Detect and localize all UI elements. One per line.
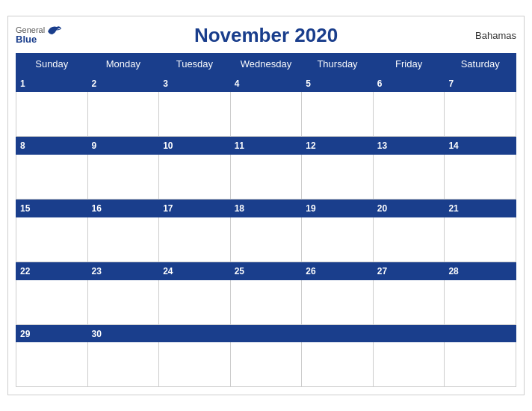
day-number-22: 22 xyxy=(20,266,30,276)
day-number-21: 21 xyxy=(448,203,458,214)
day-number-11: 11 xyxy=(235,140,244,151)
day-cell-8 xyxy=(16,155,88,200)
date-num-29: 29 xyxy=(16,324,88,342)
day-number-29: 29 xyxy=(20,329,30,339)
date-num-23: 23 xyxy=(87,262,159,279)
date-num-28: 28 xyxy=(445,262,516,279)
day-number-18: 18 xyxy=(235,203,244,214)
days-of-week-row: Sunday Monday Tuesday Wednesday Thursday… xyxy=(16,53,516,74)
day-number-24: 24 xyxy=(163,266,173,276)
week-num-row-5: 2930 xyxy=(16,324,516,342)
day-cell-14 xyxy=(445,155,516,200)
day-number-10: 10 xyxy=(163,140,173,151)
date-num-20: 20 xyxy=(373,200,445,217)
date-num-3: 3 xyxy=(159,74,231,92)
date-num-2: 2 xyxy=(87,74,159,92)
day-cell-3 xyxy=(159,92,231,137)
day-cell-empty-5 xyxy=(373,342,445,387)
date-num-8: 8 xyxy=(16,137,88,155)
day-number-9: 9 xyxy=(92,140,97,151)
day-cell-10 xyxy=(159,155,231,200)
day-cell-5 xyxy=(302,92,374,137)
col-wednesday: Wednesday xyxy=(230,53,302,74)
day-cell-29 xyxy=(16,342,88,387)
day-cell-empty-2 xyxy=(159,342,231,387)
day-number-15: 15 xyxy=(20,203,30,214)
day-number-14: 14 xyxy=(448,140,458,151)
day-number-13: 13 xyxy=(377,140,387,151)
day-cell-21 xyxy=(445,217,516,262)
day-number-28: 28 xyxy=(448,266,458,276)
week-num-row-1: 1234567 xyxy=(16,74,516,92)
day-number-6: 6 xyxy=(377,78,383,89)
day-cell-26 xyxy=(302,279,374,324)
day-cell-9 xyxy=(87,155,159,200)
day-number-4: 4 xyxy=(235,78,240,89)
date-num-4: 4 xyxy=(230,74,302,92)
calendar-container: General Blue November 2020 Bahamas Sunda… xyxy=(7,16,525,396)
col-sunday: Sunday xyxy=(16,53,88,74)
date-num-13: 13 xyxy=(373,137,445,155)
date-num-24: 24 xyxy=(159,262,231,279)
date-num-19: 19 xyxy=(302,200,374,217)
day-cell-11 xyxy=(230,155,302,200)
date-num-15: 15 xyxy=(16,200,88,217)
week-content-row-5 xyxy=(16,342,516,387)
day-number-20: 20 xyxy=(377,203,387,214)
day-cell-1 xyxy=(16,92,88,137)
day-cell-28 xyxy=(445,279,516,324)
calendar-title: November 2020 xyxy=(194,24,338,47)
date-num-30: 30 xyxy=(87,324,159,342)
bird-icon xyxy=(46,24,63,39)
col-tuesday: Tuesday xyxy=(159,53,231,74)
week-num-row-4: 22232425262728 xyxy=(16,262,516,279)
date-num-18: 18 xyxy=(230,200,302,217)
date-num-9: 9 xyxy=(87,137,159,155)
day-cell-2 xyxy=(87,92,159,137)
day-cell-12 xyxy=(302,155,374,200)
date-num-empty xyxy=(302,324,374,342)
date-num-17: 17 xyxy=(159,200,231,217)
day-cell-17 xyxy=(159,217,231,262)
date-num-5: 5 xyxy=(302,74,374,92)
date-num-11: 11 xyxy=(230,137,302,155)
day-number-25: 25 xyxy=(235,266,244,276)
col-friday: Friday xyxy=(373,53,445,74)
day-number-23: 23 xyxy=(92,266,102,276)
day-cell-4 xyxy=(230,92,302,137)
day-cell-24 xyxy=(159,279,231,324)
day-cell-empty-3 xyxy=(230,342,302,387)
col-thursday: Thursday xyxy=(302,53,374,74)
date-num-empty xyxy=(373,324,445,342)
day-cell-30 xyxy=(87,342,159,387)
week-content-row-1 xyxy=(16,92,516,137)
logo-blue: Blue xyxy=(16,34,45,45)
date-num-27: 27 xyxy=(373,262,445,279)
date-num-22: 22 xyxy=(16,262,88,279)
day-number-5: 5 xyxy=(306,78,311,89)
date-num-empty xyxy=(445,324,516,342)
calendar-body: 1234567891011121314151617181920212223242… xyxy=(16,74,516,387)
day-cell-20 xyxy=(373,217,445,262)
day-number-2: 2 xyxy=(92,78,97,89)
date-num-16: 16 xyxy=(87,200,159,217)
country-label: Bahamas xyxy=(475,30,516,41)
day-cell-7 xyxy=(445,92,516,137)
date-num-26: 26 xyxy=(302,262,374,279)
day-number-17: 17 xyxy=(163,203,173,214)
date-num-12: 12 xyxy=(302,137,374,155)
col-saturday: Saturday xyxy=(445,53,516,74)
date-num-25: 25 xyxy=(230,262,302,279)
day-number-1: 1 xyxy=(20,78,25,89)
week-content-row-2 xyxy=(16,155,516,200)
date-num-7: 7 xyxy=(445,74,516,92)
day-number-8: 8 xyxy=(20,140,25,151)
day-number-3: 3 xyxy=(163,78,168,89)
date-num-empty xyxy=(159,324,231,342)
day-number-7: 7 xyxy=(448,78,454,89)
date-num-21: 21 xyxy=(445,200,516,217)
calendar-header: General Blue November 2020 Bahamas xyxy=(16,24,516,47)
week-content-row-3 xyxy=(16,217,516,262)
day-number-16: 16 xyxy=(92,203,102,214)
week-num-row-3: 15161718192021 xyxy=(16,200,516,217)
